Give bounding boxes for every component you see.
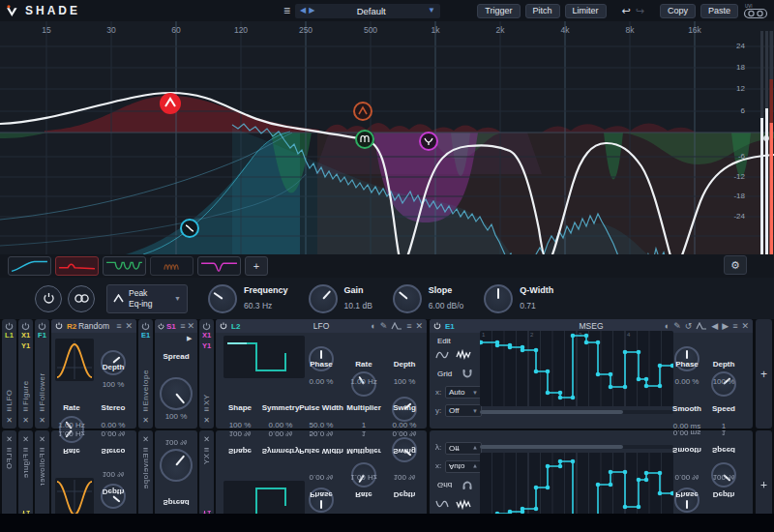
mod-strip-envelope[interactable]: E1 Envelope ≡ ✕	[138, 319, 153, 429]
mseg-scrollbar[interactable]	[480, 410, 673, 414]
close-icon[interactable]: ✕	[203, 434, 210, 442]
power-icon[interactable]	[433, 322, 441, 330]
curve-icon[interactable]	[696, 322, 707, 330]
mod-strip-figure[interactable]: X1 Y1 Figure ≡ ✕	[18, 430, 33, 514]
stereo-link-button[interactable]	[68, 285, 95, 312]
menu-icon[interactable]: ≡	[732, 322, 737, 331]
band-power-button[interactable]	[35, 285, 62, 312]
preset-selector[interactable]: ◀ ▶ Default ▼	[295, 4, 440, 18]
eq-display[interactable]: 15 30 60 120 250 500 1k 2k 4k 8k 16k 24 …	[0, 21, 774, 254]
mod-tag[interactable]: X1	[202, 331, 211, 341]
mseg-scrollbar-thumb[interactable]	[480, 410, 623, 414]
power-icon[interactable]	[38, 322, 46, 331]
close-icon[interactable]: ✕	[741, 322, 749, 331]
random-curve-thumbnail[interactable]	[55, 339, 94, 381]
menu-icon[interactable]: ≡	[7, 405, 12, 414]
gear-icon[interactable]: ⚙	[724, 255, 747, 275]
magnet-icon[interactable]	[461, 369, 473, 379]
add-modulator-button[interactable]: +	[756, 430, 772, 514]
power-icon[interactable]	[55, 322, 63, 330]
slope-knob[interactable]	[393, 284, 422, 313]
frequency-knob[interactable]	[208, 284, 237, 313]
mseg-y-dropdown[interactable]: Off▼	[445, 404, 482, 417]
power-icon[interactable]	[158, 323, 164, 330]
preset-next-icon[interactable]: ▶	[309, 7, 314, 15]
power-icon[interactable]	[5, 322, 14, 331]
curve-icon[interactable]	[391, 322, 402, 330]
menu-icon[interactable]: ≡	[180, 322, 185, 331]
mod-tag[interactable]: E1	[141, 331, 150, 341]
contrast-icon[interactable]: ◐	[665, 322, 670, 331]
pitch-button[interactable]: Pitch	[525, 4, 560, 18]
mod-tag[interactable]: F1	[38, 331, 46, 341]
paste-button[interactable]: Paste	[700, 4, 738, 18]
power-icon[interactable]	[220, 322, 227, 330]
gain-knob[interactable]	[309, 284, 338, 313]
mseg-editor[interactable]: 1 2 3 4	[480, 331, 673, 406]
menu-icon[interactable]: ≡	[204, 445, 209, 454]
limiter-button[interactable]: Limiter	[565, 4, 607, 18]
mod-strip-figure[interactable]: X1 Y1 Figure ≡ ✕	[18, 319, 33, 429]
magnet-icon[interactable]	[461, 480, 473, 490]
close-icon[interactable]: ✕	[39, 417, 45, 425]
menu-icon[interactable]: ≡	[283, 5, 290, 16]
next-icon[interactable]: ▶	[722, 322, 729, 331]
menu-icon[interactable]: ≡	[406, 322, 411, 331]
lfo-wave-display[interactable]	[223, 336, 305, 378]
close-icon[interactable]: ✕	[187, 322, 194, 331]
lfo-wave-display[interactable]	[223, 481, 305, 514]
band-tab-comb2[interactable]	[150, 256, 194, 276]
mod-strip-xy[interactable]: X1 Y1 XY ≡ ✕	[199, 430, 214, 514]
copy-button[interactable]: Copy	[660, 4, 696, 18]
add-modulator-button[interactable]: +	[756, 319, 772, 429]
close-icon[interactable]: ✕	[142, 417, 149, 425]
contrast-icon[interactable]: ◐	[371, 322, 375, 331]
close-icon[interactable]: ✕	[203, 417, 210, 425]
edit-pencil-icon[interactable]: ✎	[673, 322, 681, 331]
mod-strip-lfo[interactable]: L1 LFO ≡ ✕	[2, 430, 16, 514]
close-icon[interactable]: ✕	[6, 417, 13, 425]
random-edit-icon[interactable]	[456, 499, 472, 510]
band-tab-lowpass[interactable]	[8, 256, 51, 276]
mod-strip-envelope[interactable]: E1 Envelope ≡ ✕	[138, 430, 153, 514]
filter-type-dropdown[interactable]: Peak Eq-ing ▼	[106, 284, 188, 313]
close-icon[interactable]: ✕	[142, 434, 149, 442]
mseg-editor[interactable]: 1 2 3 4	[480, 453, 673, 514]
mseg-y-dropdown[interactable]: Off▼	[445, 442, 482, 455]
close-icon[interactable]: ✕	[125, 322, 133, 331]
loop-icon[interactable]: ↺	[685, 322, 693, 331]
power-icon[interactable]	[141, 322, 150, 331]
mod-strip-follower[interactable]: F1 Follower ≡ ✕	[35, 430, 49, 514]
add-band-button[interactable]: +	[245, 256, 268, 276]
preset-name[interactable]: Default	[317, 6, 425, 16]
redo-icon[interactable]: ↪	[636, 6, 644, 16]
menu-icon[interactable]: ≡	[143, 405, 148, 414]
mseg-x-dropdown[interactable]: Auto▼	[445, 386, 482, 399]
wave-edit-icon[interactable]	[435, 499, 451, 510]
undo-icon[interactable]: ↩	[622, 6, 631, 16]
mod-tag[interactable]: L1	[5, 331, 14, 341]
mseg-scrollbar[interactable]	[480, 445, 673, 449]
mod-strip-xy[interactable]: X1 Y1 XY ≡ ✕	[199, 319, 214, 429]
play-icon[interactable]: ▶	[187, 335, 192, 342]
qwidth-knob[interactable]	[484, 284, 513, 313]
power-icon[interactable]	[21, 322, 30, 331]
close-icon[interactable]: ✕	[415, 322, 423, 331]
menu-icon[interactable]: ≡	[23, 405, 28, 414]
menu-icon[interactable]: ≡	[23, 445, 28, 454]
mod-strip-lfo[interactable]: L1 LFO ≡ ✕	[2, 319, 16, 429]
close-icon[interactable]: ✕	[6, 434, 13, 442]
mod-strip-follower[interactable]: F1 Follower ≡ ✕	[35, 319, 49, 429]
wave-edit-icon[interactable]	[435, 349, 451, 360]
mod-tag[interactable]: Y1	[202, 341, 211, 352]
mod-tag[interactable]: Y1	[21, 341, 30, 352]
band-tab-notch[interactable]	[197, 256, 241, 276]
mseg-scrollbar-thumb[interactable]	[480, 445, 623, 449]
edit-pencil-icon[interactable]: ✎	[380, 322, 388, 331]
preset-prev-icon[interactable]: ◀	[300, 7, 306, 15]
close-icon[interactable]: ✕	[22, 417, 29, 425]
band-tab-comb[interactable]	[103, 256, 146, 276]
close-icon[interactable]: ✕	[22, 434, 29, 442]
menu-icon[interactable]: ≡	[204, 405, 209, 414]
menu-icon[interactable]: ≡	[40, 405, 45, 414]
